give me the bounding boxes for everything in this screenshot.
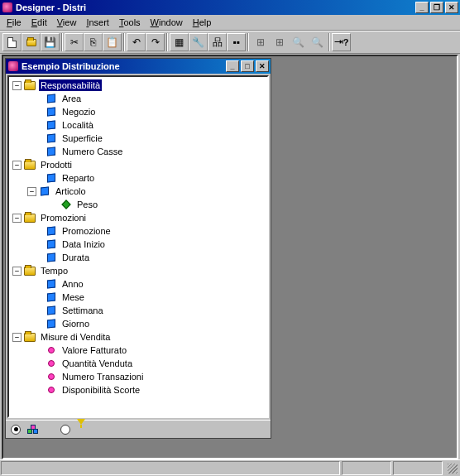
cube-icon — [45, 238, 58, 250]
tree-node-valorefatturato[interactable]: Valore Fatturato — [60, 344, 128, 356]
copy-button[interactable]: ⎘ — [84, 33, 103, 51]
tree-node-durata[interactable]: Durata — [60, 252, 91, 263]
cube-icon — [38, 185, 51, 197]
paste-button[interactable]: 📋 — [103, 33, 122, 51]
zoomfit-button[interactable]: 🔍 — [289, 33, 308, 51]
expand-toggle[interactable]: − — [12, 214, 22, 223]
statusbar — [0, 459, 460, 476]
menu-insert[interactable]: Insert — [81, 16, 114, 29]
tree-node-superficie[interactable]: Superficie — [60, 132, 104, 144]
child-title: Esempio Distribuzione — [22, 61, 224, 71]
folder-icon — [23, 212, 36, 224]
tree-node-misure[interactable]: Misure di Vendita — [39, 331, 112, 343]
menu-help[interactable]: Help — [188, 16, 217, 29]
minimize-button[interactable]: _ — [415, 2, 429, 13]
tree-node-responsabilita[interactable]: Responsabilità — [39, 79, 102, 91]
hierarchy-button[interactable]: 品 — [208, 33, 227, 51]
cube-icon — [45, 291, 58, 303]
undo-button[interactable]: ↶ — [127, 33, 146, 51]
tree-node-peso[interactable]: Peso — [75, 199, 99, 210]
expand-toggle[interactable]: − — [27, 187, 36, 196]
folder-icon — [23, 265, 36, 276]
app-icon — [2, 2, 13, 13]
tree-node-numerocasse[interactable]: Numero Casse — [60, 146, 124, 157]
cubes-icon — [27, 425, 39, 435]
status-main — [1, 461, 340, 475]
cube-icon — [45, 225, 58, 237]
main-titlebar: Designer - Distri _ ❐ ✕ — [0, 0, 460, 15]
close-button[interactable]: ✕ — [445, 2, 458, 13]
child-titlebar: Esempio Distribuzione _ □ ✕ — [6, 59, 271, 74]
menu-tools[interactable]: Tools — [114, 16, 146, 29]
restore-button[interactable]: ❐ — [430, 2, 443, 13]
status-cell-2 — [393, 461, 443, 475]
tree-node-anno[interactable]: Anno — [60, 278, 85, 290]
tree-node-tempo[interactable]: Tempo — [39, 265, 69, 276]
child-window: Esempio Distribuzione _ □ ✕ − Responsabi… — [5, 58, 271, 439]
cut-button[interactable]: ✂ — [65, 33, 84, 51]
expand-toggle[interactable]: − — [12, 267, 22, 276]
tree-node-quantitavenduta[interactable]: Quantità Venduta — [60, 358, 134, 369]
dot-icon — [45, 344, 58, 356]
tree-view[interactable]: − Responsabilità Area Negozio Località S… — [7, 75, 269, 418]
view-mode-dimensions-radio[interactable] — [11, 425, 21, 435]
menu-file[interactable]: File — [2, 16, 26, 29]
context-help-button[interactable]: ⭲? — [332, 33, 351, 51]
tree-node-localita[interactable]: Località — [60, 119, 95, 131]
cube-icon — [45, 146, 58, 157]
menu-window[interactable]: Window — [146, 16, 188, 29]
redo-button[interactable]: ↷ — [146, 33, 165, 51]
dot-icon — [45, 371, 58, 382]
tree-node-area[interactable]: Area — [60, 93, 83, 104]
tree-node-prodotti[interactable]: Prodotti — [39, 159, 74, 171]
cube-icon — [45, 278, 58, 290]
tree-node-reparto[interactable]: Reparto — [60, 172, 96, 184]
menu-view[interactable]: View — [52, 16, 82, 29]
cube-icon — [45, 93, 58, 104]
tree-node-articolo[interactable]: Articolo — [54, 185, 88, 197]
tree-node-settimana[interactable]: Settimana — [60, 305, 105, 316]
tree-node-mese[interactable]: Mese — [60, 291, 86, 303]
cube-icon — [45, 132, 58, 144]
dot-icon — [45, 358, 58, 369]
cube-icon — [45, 119, 58, 131]
align-button[interactable]: ▪▪ — [227, 33, 246, 51]
cube-icon — [45, 252, 58, 263]
child-icon — [7, 60, 19, 72]
child-minimize-button[interactable]: _ — [226, 60, 239, 72]
expand-toggle[interactable]: − — [12, 81, 22, 90]
tree-node-disponibilitascorte[interactable]: Disponibilità Scorte — [60, 384, 141, 396]
folder-icon — [23, 331, 36, 343]
dot-icon — [45, 384, 58, 396]
new-button[interactable] — [2, 33, 22, 51]
save-button[interactable]: 💾 — [41, 33, 60, 51]
child-footer — [6, 420, 271, 438]
expand-toggle[interactable]: − — [12, 161, 22, 170]
child-close-button[interactable]: ✕ — [256, 60, 269, 72]
diamond-icon — [60, 199, 73, 210]
view-mode-filter-radio[interactable] — [60, 425, 70, 435]
cube-icon — [45, 106, 58, 118]
status-cell-1 — [342, 461, 391, 475]
schema-button[interactable]: ▦ — [170, 33, 189, 51]
tree-node-datainizio[interactable]: Data Inizio — [60, 238, 107, 250]
tree-node-promozione[interactable]: Promozione — [60, 225, 113, 237]
tools-button[interactable]: 🔧 — [189, 33, 208, 51]
cube-icon — [45, 318, 58, 329]
tree-node-giorno[interactable]: Giorno — [60, 318, 91, 329]
mdi-client: Esempio Distribuzione _ □ ✕ − Responsabi… — [2, 55, 458, 459]
funnel-icon — [77, 425, 85, 435]
open-button[interactable] — [22, 33, 41, 51]
zoomregion-button[interactable]: 🔍 — [308, 33, 327, 51]
zoom1-button[interactable]: ⊞ — [251, 33, 270, 51]
menubar: File Edit View Insert Tools Window Help — [0, 15, 460, 31]
tree-node-promozioni[interactable]: Promozioni — [39, 212, 88, 224]
child-maximize-button[interactable]: □ — [241, 60, 254, 72]
tree-node-numerotransazioni[interactable]: Numero Transazioni — [60, 371, 145, 382]
menu-edit[interactable]: Edit — [26, 16, 52, 29]
expand-toggle[interactable]: − — [12, 333, 22, 342]
app-title: Designer - Distri — [16, 2, 414, 12]
zoom2-button[interactable]: ⊞ — [270, 33, 289, 51]
tree-node-negozio[interactable]: Negozio — [60, 106, 97, 118]
resize-grip[interactable] — [444, 461, 459, 475]
